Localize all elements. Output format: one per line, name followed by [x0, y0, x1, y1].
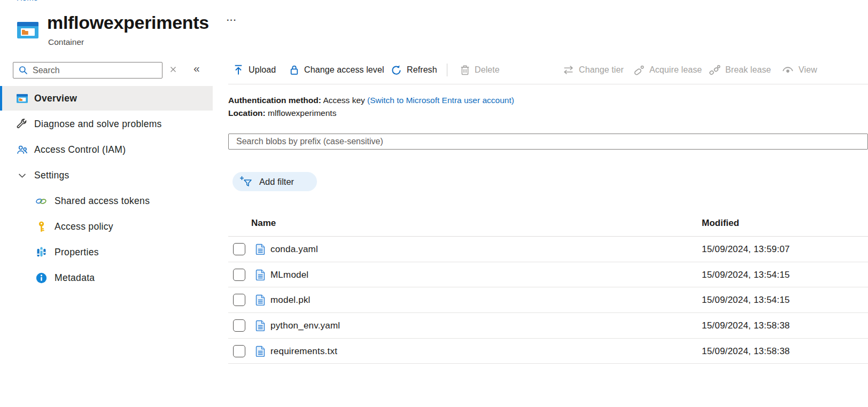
breadcrumb[interactable]: Home›	[17, 0, 45, 2]
sidebar-item-overview[interactable]: Overview	[0, 86, 213, 111]
lease-icon	[633, 65, 645, 76]
sidebar-item-access-policy[interactable]: Access policy	[0, 214, 213, 239]
file-icon	[255, 320, 266, 331]
breadcrumb-home-link[interactable]: Home	[17, 0, 38, 2]
sidebar-item-properties[interactable]: Properties	[0, 240, 213, 264]
location-line: Location: mlflowexperiments	[228, 108, 336, 118]
row-checkbox[interactable]	[233, 294, 245, 306]
toolbar-separator	[228, 84, 868, 84]
sidebar-search-input[interactable]	[33, 66, 148, 75]
swap-arrows-icon	[563, 65, 574, 75]
trash-icon	[460, 65, 470, 75]
key-icon	[35, 221, 47, 232]
selected-accent-bar	[0, 86, 2, 111]
people-icon	[16, 144, 28, 155]
view-button[interactable]: View	[782, 61, 817, 79]
clear-search-icon[interactable]	[170, 66, 176, 73]
sidebar-item-access-control[interactable]: Access Control (IAM)	[0, 137, 213, 162]
blob-name-link[interactable]: MLmodel	[270, 270, 308, 280]
page-subtitle: Container	[48, 37, 84, 47]
container-icon	[16, 92, 28, 104]
sliders-icon	[35, 246, 47, 258]
file-icon	[255, 346, 266, 357]
blob-prefix-search-box[interactable]	[228, 134, 868, 150]
collapse-sidebar-button[interactable]: «	[193, 62, 200, 75]
azure-blob-container-page: Home› mlflowexperiments Container ··· «	[0, 0, 868, 407]
table-header: Name Modified	[228, 211, 868, 237]
row-checkbox[interactable]	[233, 269, 245, 281]
blob-name-link[interactable]: python_env.yaml	[270, 320, 340, 331]
wrench-icon	[16, 118, 28, 130]
eye-icon	[782, 66, 794, 74]
blob-name-link[interactable]: requirements.txt	[270, 346, 337, 357]
links-icon	[35, 195, 47, 207]
sidebar-item-diagnose[interactable]: Diagnose and solve problems	[0, 112, 213, 136]
sidebar-item-metadata[interactable]: Metadata	[0, 265, 213, 290]
authentication-method-line: Authentication method: Access key (Switc…	[228, 96, 514, 105]
change-tier-button[interactable]: Change tier	[563, 61, 624, 79]
blob-modified: 15/09/2024, 13:58:38	[702, 346, 790, 357]
blob-modified: 15/09/2024, 13:54:15	[702, 270, 790, 280]
add-filter-button[interactable]: Add filter	[232, 172, 317, 191]
table-row[interactable]: python_env.yaml 15/09/2024, 13:58:38	[228, 313, 868, 339]
table-row[interactable]: MLmodel 15/09/2024, 13:54:15	[228, 262, 868, 288]
toolbar-divider	[447, 64, 447, 76]
column-header-modified[interactable]: Modified	[702, 218, 739, 229]
table-row[interactable]: conda.yaml 15/09/2024, 13:59:07	[228, 237, 868, 262]
break-lease-icon	[709, 65, 720, 76]
add-filter-icon	[239, 176, 253, 187]
chevron-down-icon	[16, 169, 28, 181]
switch-account-link[interactable]: (Switch to Microsoft Entra user account)	[367, 96, 514, 105]
blob-prefix-search-input[interactable]	[229, 137, 817, 146]
column-header-name[interactable]: Name	[251, 218, 276, 229]
container-icon	[17, 22, 38, 38]
file-icon	[255, 244, 266, 255]
sidebar-item-settings[interactable]: Settings	[0, 163, 213, 187]
row-checkbox[interactable]	[233, 319, 245, 332]
file-icon	[255, 294, 266, 306]
sidebar-search-box[interactable]	[13, 62, 162, 79]
row-checkbox[interactable]	[233, 345, 245, 357]
blob-modified: 15/09/2024, 13:59:07	[702, 244, 790, 255]
break-lease-button[interactable]: Break lease	[709, 61, 771, 79]
table-row[interactable]: model.pkl 15/09/2024, 13:54:15	[228, 287, 868, 313]
sidebar-item-shared-access-tokens[interactable]: Shared access tokens	[0, 189, 213, 213]
breadcrumb-chevron-icon: ›	[43, 0, 45, 2]
lock-icon	[289, 65, 299, 75]
refresh-button[interactable]: Refresh	[391, 61, 437, 79]
search-icon	[19, 66, 28, 75]
info-icon	[35, 272, 47, 284]
table-row[interactable]: requirements.txt 15/09/2024, 13:58:38	[228, 339, 868, 364]
file-icon	[255, 269, 266, 280]
blob-name-link[interactable]: model.pkl	[270, 295, 311, 306]
blob-modified: 15/09/2024, 13:58:38	[702, 320, 790, 331]
refresh-icon	[391, 65, 402, 76]
blob-name-link[interactable]: conda.yaml	[270, 244, 318, 255]
row-checkbox[interactable]	[233, 243, 245, 255]
acquire-lease-button[interactable]: Acquire lease	[633, 61, 702, 79]
upload-button[interactable]: Upload	[233, 61, 276, 79]
page-title: mlflowexperiments	[47, 12, 209, 33]
more-menu-button[interactable]: ···	[227, 15, 237, 25]
blob-modified: 15/09/2024, 13:54:15	[702, 295, 790, 306]
delete-button[interactable]: Delete	[460, 61, 500, 79]
upload-icon	[233, 65, 244, 75]
change-access-level-button[interactable]: Change access level	[289, 61, 384, 79]
